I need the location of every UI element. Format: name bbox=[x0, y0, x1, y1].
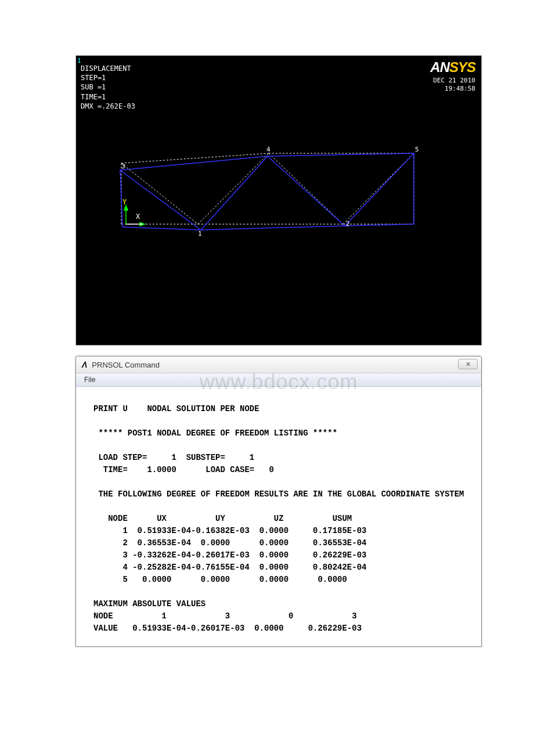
svg-line-16 bbox=[268, 153, 414, 156]
svg-marker-23 bbox=[124, 206, 128, 210]
axis-x-label: X bbox=[136, 213, 140, 221]
line-5: THE FOLLOWING DEGREE OF FREEDOM RESULTS … bbox=[93, 489, 464, 499]
line-11: 5 0.0000 0.0000 0.0000 0.0000 bbox=[93, 575, 347, 584]
node-label-4: 4 bbox=[266, 146, 270, 153]
svg-line-17 bbox=[120, 170, 201, 230]
svg-line-19 bbox=[268, 156, 345, 226]
node-label-1: 1 bbox=[198, 230, 202, 237]
window-title: PRNSOL Command bbox=[92, 361, 160, 369]
truss-plot bbox=[76, 56, 482, 345]
svg-line-20 bbox=[345, 153, 414, 226]
line-10: 4 -0.25282E-04-0.76155E-04 0.0000 0.8024… bbox=[93, 563, 366, 572]
svg-line-12 bbox=[201, 226, 345, 230]
svg-line-7 bbox=[198, 153, 269, 224]
menubar: File www.bdocx.com bbox=[76, 373, 481, 387]
line-12: MAXIMUM ABSOLUTE VALUES bbox=[93, 599, 205, 609]
node-label-5: 5 bbox=[415, 146, 419, 153]
svg-line-11 bbox=[122, 227, 201, 230]
svg-line-18 bbox=[201, 156, 268, 230]
svg-line-15 bbox=[120, 156, 268, 170]
titlebar[interactable]: Λ PRNSOL Command ✕ bbox=[76, 357, 481, 373]
line-4: TIME= 1.0000 LOAD CASE= 0 bbox=[93, 465, 274, 474]
line-1: PRINT U NODAL SOLUTION PER NODE bbox=[93, 404, 259, 413]
line-14: VALUE 0.51933E-04-0.26017E-03 0.0000 0.2… bbox=[93, 624, 362, 633]
graphics-viewport: 1 DISPLACEMENT STEP=1 SUB =1 TIME=1 DMX … bbox=[75, 55, 482, 345]
menu-file[interactable]: File bbox=[80, 375, 100, 385]
line-13: NODE 1 3 0 3 bbox=[93, 611, 357, 621]
line-6: NODE UX UY UZ USUM bbox=[93, 514, 352, 523]
close-button[interactable]: ✕ bbox=[458, 359, 478, 369]
line-2: ***** POST1 NODAL DEGREE OF FREEDOM LIST… bbox=[93, 429, 337, 438]
line-7: 1 0.51933E-04-0.16382E-03 0.0000 0.17185… bbox=[93, 526, 366, 535]
axis-y-label: Y bbox=[122, 198, 127, 206]
console-output: PRINT U NODAL SOLUTION PER NODE ***** PO… bbox=[76, 387, 481, 646]
svg-line-6 bbox=[121, 163, 198, 224]
svg-marker-25 bbox=[140, 222, 145, 226]
node-label-3: 3 bbox=[121, 163, 125, 170]
line-8: 2 0.36553E-04 0.0000 0.0000 0.36553E-04 bbox=[93, 538, 366, 548]
node-label-2: 2 bbox=[346, 220, 350, 228]
prnsol-window: Λ PRNSOL Command ✕ File www.bdocx.com PR… bbox=[75, 356, 482, 647]
svg-line-8 bbox=[269, 153, 343, 224]
line-9: 3 -0.33262E-04-0.26017E-03 0.0000 0.2622… bbox=[93, 550, 366, 560]
line-3: LOAD STEP= 1 SUBSTEP= 1 bbox=[93, 453, 254, 462]
ansys-icon: Λ bbox=[82, 360, 87, 369]
